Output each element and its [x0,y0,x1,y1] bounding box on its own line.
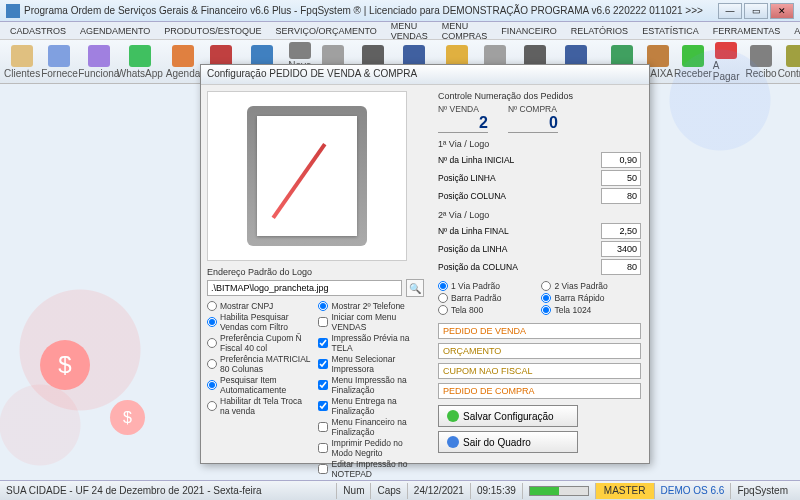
browse-button[interactable]: 🔍 [406,279,424,297]
n-venda-label: Nº VENDA [438,104,488,114]
status-caps: Caps [370,483,406,499]
config-checkbox[interactable]: Menu Selecionar Impressora [318,354,423,374]
status-num: Num [336,483,370,499]
config-checkbox[interactable]: Imprimir Pedido no Modo Negrito [318,438,423,458]
logo-path-label: Endereço Padrão do Logo [207,267,424,277]
status-time: 09:15:39 [470,483,522,499]
config-radio[interactable]: Tela 1024 [541,305,641,315]
via-input[interactable] [601,188,641,204]
exit-button[interactable]: Sair do Quadro [438,431,578,453]
config-radio[interactable]: Barra Rápido [541,293,641,303]
status-master: MASTER [595,483,654,499]
config-radio[interactable]: Preferência Cupom Ñ Fiscal 40 col [207,333,312,353]
via1-title: 1ª Via / Logo [438,139,641,149]
n-venda-value: 2 [438,114,488,133]
config-checkbox[interactable]: Menu Financeiro na Finalização [318,417,423,437]
status-demo: DEMO OS 6.6 [654,483,731,499]
logo-preview [207,91,407,261]
config-checkbox[interactable]: Iniciar com Menu VENDAS [318,312,423,332]
status-date: 24/12/2021 [407,483,470,499]
pedido-type-button[interactable]: CUPOM NAO FISCAL [438,363,641,379]
status-fpq: FpqSystem [730,483,794,499]
save-config-button[interactable]: Salvar Configuração [438,405,578,427]
config-radio[interactable]: Preferência MATRICIAL 80 Colunas [207,354,312,374]
config-radio[interactable]: Pesquisar Item Automaticamente [207,375,312,395]
via-label: Nº da Linha INICIAL [438,155,514,165]
pedido-type-button[interactable]: PEDIDO DE COMPRA [438,383,641,399]
config-radio[interactable]: 1 Via Padrão [438,281,538,291]
status-bar: SUA CIDADE - UF 24 de Dezembro de 2021 -… [0,480,800,500]
via-input[interactable] [601,170,641,186]
pedido-type-button[interactable]: ORÇAMENTO [438,343,641,359]
controle-title: Controle Numeração dos Pedidos [438,91,641,101]
dialog-title: Configuração PEDIDO DE VENDA & COMPRA [201,65,649,85]
pedido-type-button[interactable]: PEDIDO DE VENDA [438,323,641,339]
via-label: Posição LINHA [438,173,496,183]
config-radio[interactable]: Habilitar dt Tela Troca na venda [207,396,312,416]
n-compra-label: Nº COMPRA [508,104,558,114]
n-compra-value: 0 [508,114,558,133]
logo-path-input[interactable] [207,280,402,296]
via-label: Posição COLUNA [438,191,506,201]
via-input[interactable] [601,223,641,239]
via-input[interactable] [601,259,641,275]
config-dialog: Configuração PEDIDO DE VENDA & COMPRA En… [200,64,650,464]
via-label: Posição da COLUNA [438,262,518,272]
dollar-icon: $ [40,340,90,390]
config-checkbox[interactable]: Impressão Prévia na TELA [318,333,423,353]
via-label: Nº da Linha FINAL [438,226,509,236]
dollar-icon: $ [110,400,145,435]
via-label: Posição da LINHA [438,244,507,254]
config-radio[interactable]: Mostrar CNPJ [207,301,312,311]
via-input[interactable] [601,152,641,168]
status-date-text: SUA CIDADE - UF 24 de Dezembro de 2021 -… [6,485,336,496]
config-radio[interactable]: Tela 800 [438,305,538,315]
config-checkbox[interactable]: Editar Impressão no NOTEPAD [318,459,423,479]
via2-title: 2ª Via / Logo [438,210,641,220]
config-radio[interactable]: 2 Vias Padrão [541,281,641,291]
config-radio[interactable]: Habilita Pesquisar Vendas com Filtro [207,312,312,332]
config-checkbox[interactable]: Menu Entrega na Finalização [318,396,423,416]
config-radio[interactable]: Mostrar 2º Telefone [318,301,423,311]
status-progress [529,486,589,496]
config-checkbox[interactable]: Menu Impressão na Finalização [318,375,423,395]
config-radio[interactable]: Barra Padrão [438,293,538,303]
via-input[interactable] [601,241,641,257]
